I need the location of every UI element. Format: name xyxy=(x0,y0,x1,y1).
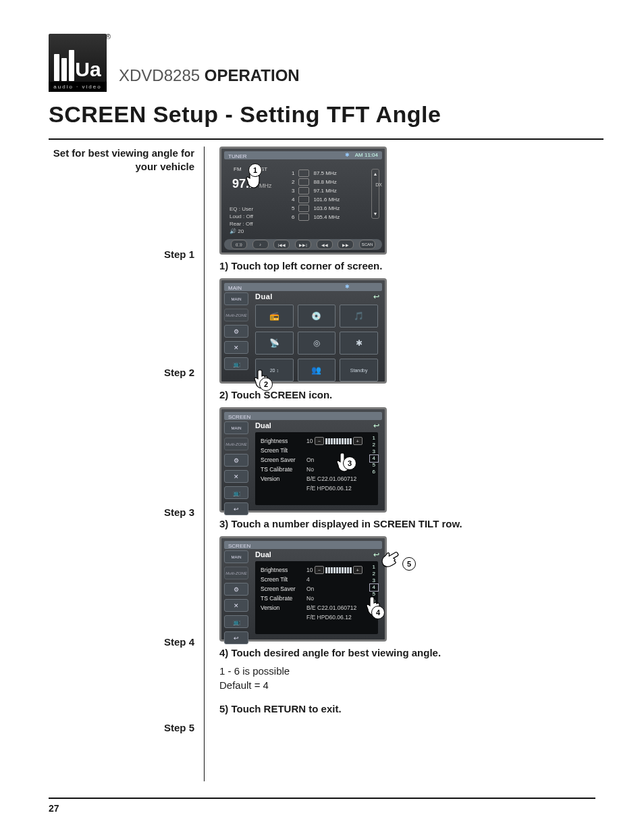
side-main-button[interactable]: MAIN xyxy=(224,550,248,563)
breadcrumb: SCREEN xyxy=(228,543,250,549)
return-button[interactable]: ↩ xyxy=(373,292,379,301)
side-tv-button[interactable]: 📺 xyxy=(224,615,248,628)
band-fm[interactable]: FM xyxy=(234,166,242,172)
screen-top-bar: MAIN ✱ xyxy=(224,283,382,291)
disc-tile[interactable]: 💿 xyxy=(298,305,336,328)
tune-slider[interactable]: ▲ ▼ xyxy=(371,169,379,219)
side-tv-button[interactable]: 📺 xyxy=(224,357,248,370)
bluetooth-tile[interactable]: ✱ xyxy=(340,332,378,355)
side-multizone-button[interactable]: Multi-ZONE xyxy=(224,438,248,450)
signal-icon xyxy=(298,170,309,177)
speaker-icon: 🔊 xyxy=(230,228,236,234)
side-back-button[interactable]: ↩ xyxy=(224,631,248,644)
side-settings-button[interactable]: ⚙ xyxy=(224,583,248,596)
side-close-button[interactable]: ✕ xyxy=(224,599,248,612)
callout-badge-4: 4 xyxy=(371,606,385,619)
minus-button[interactable]: − xyxy=(315,437,324,445)
rewind-button[interactable]: ◀◀ xyxy=(317,240,333,249)
side-multizone-button[interactable]: Multi-ZONE xyxy=(224,309,248,321)
xm-tile[interactable]: 📡 xyxy=(255,332,294,355)
plus-button[interactable]: + xyxy=(353,566,363,574)
users-tile[interactable]: 👥 xyxy=(298,359,336,382)
brightness-control[interactable]: − + xyxy=(315,566,363,574)
screen-top-bar: SCREEN xyxy=(224,541,382,549)
tilt-option[interactable]: 2 xyxy=(373,442,375,448)
touch-pointer-icon xyxy=(376,546,406,575)
tilt-option[interactable]: 3 xyxy=(373,577,375,584)
tilt-option[interactable]: 5 xyxy=(373,462,375,469)
minus-button[interactable]: − xyxy=(315,566,324,574)
brand-text: Dual xyxy=(255,292,273,301)
screen-tilt-row[interactable]: Screen Tilt xyxy=(261,446,373,455)
side-multizone-button[interactable]: Multi-ZONE xyxy=(224,567,248,579)
side-main-button[interactable]: MAIN xyxy=(224,421,248,434)
preset-row[interactable]: 5103.6 MHz xyxy=(292,204,340,213)
screen-top-bar: TUNER ✱ AM 11:04 xyxy=(224,151,382,159)
plus-button[interactable]: + xyxy=(353,437,363,445)
callout-badge-3: 3 xyxy=(343,457,356,470)
registered-mark: ® xyxy=(105,32,111,41)
preset-list: 187.5 MHz 288.8 MHz 397.1 MHz 4101.6 MHz… xyxy=(292,169,340,221)
side-tv-button[interactable]: 📺 xyxy=(224,486,248,499)
version-row-2: F/E HPD60.06.12 xyxy=(261,484,373,493)
model-number: XDVD8285 xyxy=(119,66,200,84)
clock: AM 11:04 xyxy=(355,152,378,158)
ipod-tile[interactable]: 🎵 xyxy=(340,305,378,328)
brightness-control[interactable]: − + xyxy=(315,437,363,445)
music-button[interactable]: ♪ xyxy=(252,240,269,249)
brand-text: Dual xyxy=(255,550,271,558)
audio-info: EQ : User Loud : Off Rear : Off 🔊 20 xyxy=(230,205,253,235)
side-main-button[interactable]: MAIN xyxy=(224,292,248,305)
dx-indicator[interactable]: DX xyxy=(375,182,382,187)
menu-grid: 📻 💿 🎵 📡 ◎ ✱ 20 ↕ 👥 Standby xyxy=(255,305,378,382)
target-tile[interactable]: ◎ xyxy=(298,332,336,355)
preset-row[interactable]: 6105.4 MHz xyxy=(292,213,340,221)
signal-icon xyxy=(298,205,309,212)
radio-tile[interactable]: 📻 xyxy=(255,305,294,328)
scan-button[interactable]: SCAN xyxy=(359,240,375,249)
tilt-option[interactable]: 6 xyxy=(373,469,375,475)
return-button[interactable]: ↩ xyxy=(373,421,379,430)
version-row: VersionB/E C22.01.060712 xyxy=(261,474,373,484)
breadcrumb: SCREEN xyxy=(228,414,250,420)
preset-row[interactable]: 397.1 MHz xyxy=(292,186,340,195)
page-header: ® Ua audio · video XDVD8285 OPERATION xyxy=(49,34,603,92)
brightness-row[interactable]: Brightness 10 − + xyxy=(261,436,373,446)
down-arrow-icon[interactable]: ▼ xyxy=(372,211,379,216)
next-track-button[interactable]: ▶▶| xyxy=(295,240,311,249)
side-close-button[interactable]: ✕ xyxy=(224,470,248,483)
tilt-option[interactable]: 1 xyxy=(373,435,375,442)
source-button[interactable]: (( )) xyxy=(231,240,247,249)
ts-calibrate-row[interactable]: TS CalibrateNo xyxy=(261,594,373,603)
tilt-option[interactable]: 2 xyxy=(373,571,375,577)
screen-tilt-row[interactable]: Screen Tilt4 xyxy=(261,575,373,584)
tilt-option[interactable]: 1 xyxy=(373,564,375,571)
prev-track-button[interactable]: |◀◀ xyxy=(273,240,290,249)
screenshot-screen-menu-a: SCREEN MAIN Multi-ZONE ⚙ ✕ 📺 ↩ Dual ↩ Br… xyxy=(219,407,387,513)
forward-button[interactable]: ▶▶ xyxy=(338,240,354,249)
caption-5: 5) Touch RETURN to exit. xyxy=(219,703,562,714)
preset-row[interactable]: 288.8 MHz xyxy=(292,178,340,186)
loud-info: Loud : Off xyxy=(230,213,253,220)
signal-icon xyxy=(298,187,309,194)
brightness-row[interactable]: Brightness 10 − + xyxy=(261,565,373,575)
version-row-2: F/E HPD60.06.12 xyxy=(261,613,373,622)
up-arrow-icon[interactable]: ▲ xyxy=(372,172,379,176)
header-title: XDVD8285 OPERATION xyxy=(119,66,300,85)
range-note: 1 - 6 is possible xyxy=(219,665,562,677)
callout-badge-2: 2 xyxy=(259,377,273,391)
side-close-button[interactable]: ✕ xyxy=(224,341,248,354)
callout-badge-5: 5 xyxy=(402,557,416,571)
screen-saver-row[interactable]: Screen SaverOn xyxy=(261,584,373,594)
signal-icon xyxy=(298,196,309,203)
version-row: VersionB/E C22.01.060712 xyxy=(261,603,373,613)
side-back-button[interactable]: ↩ xyxy=(224,502,248,515)
caption-1: 1) Touch top left corner of screen. xyxy=(219,260,562,271)
tilt-option[interactable]: 3 xyxy=(373,448,375,455)
standby-tile[interactable]: Standby xyxy=(340,359,378,382)
bluetooth-icon: ✱ xyxy=(345,284,350,290)
side-settings-button[interactable]: ⚙ xyxy=(224,325,248,338)
preset-row[interactable]: 4101.6 MHz xyxy=(292,195,340,204)
preset-row[interactable]: 187.5 MHz xyxy=(292,169,340,178)
side-settings-button[interactable]: ⚙ xyxy=(224,454,248,467)
